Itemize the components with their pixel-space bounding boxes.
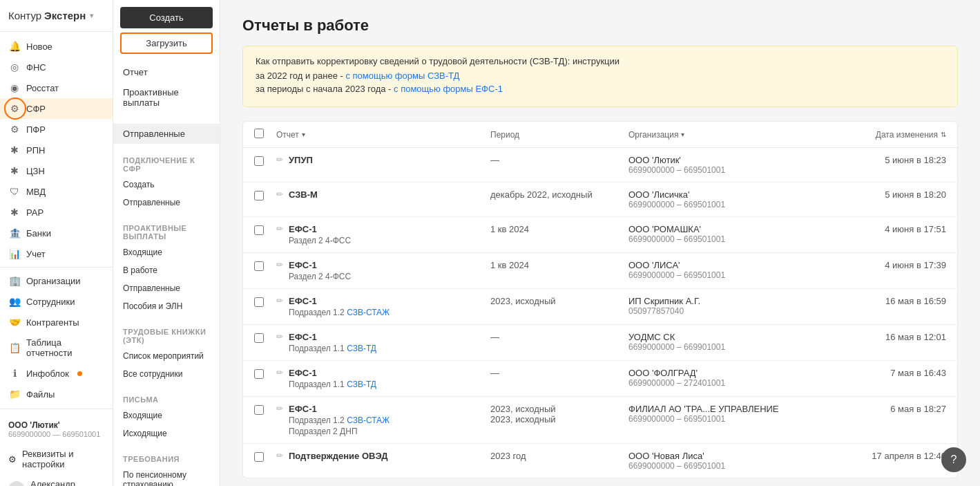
sidebar-item-faily[interactable]: 📁 Файлы <box>0 384 113 404</box>
col-org[interactable]: Организация ▾ <box>628 129 822 140</box>
period-cell: 2023, исходный 2023, исходный <box>490 404 628 424</box>
table-row[interactable]: ✏ Подтверждение ОВЭД 2023 год ООО 'Новая… <box>243 444 957 478</box>
szv-stazh-link[interactable]: СЗВ-СТАЖ <box>347 308 390 317</box>
section-title-treb: ТРЕБОВАНИЯ <box>113 448 220 466</box>
menu-vse-sotr[interactable]: Все сотрудники <box>113 365 220 383</box>
report-name: ЕФС-1 <box>289 404 390 414</box>
rap-icon: ✱ <box>8 207 21 218</box>
help-button[interactable]: ? <box>941 447 966 472</box>
report-sub: Подраздел 1.1 СЗВ-ТД <box>289 380 376 389</box>
banner-link-efs1[interactable]: с помощью формы ЕФС-1 <box>394 84 503 94</box>
table-row[interactable]: ✏ СЗВ-М декабрь 2022, исходный ООО 'Лиси… <box>243 183 957 217</box>
table-row[interactable]: ✏ ЕФС-1 Подраздел 1.1 СЗВ-ТД — УОДМС СК … <box>243 325 957 361</box>
user-name: Александр Голобов <box>30 479 104 486</box>
nav-divider <box>0 267 113 268</box>
menu-posobiya[interactable]: Пособия и ЭЛН <box>113 297 220 315</box>
menu-vkhodyashchie[interactable]: Входящие <box>113 243 220 261</box>
table-row[interactable]: ✏ ЕФС-1 Раздел 2 4-ФСС 1 кв 2024 ООО 'РО… <box>243 217 957 253</box>
menu-podkl-otpravlennye[interactable]: Отправленные <box>113 194 220 212</box>
table-row[interactable]: ✏ УПУП — ООО 'Лютик' 6699000000 – 669501… <box>243 148 957 183</box>
table-row[interactable]: ✏ ЕФС-1 Подраздел 1.2 СЗВ-СТАЖ 2023, исх… <box>243 289 957 325</box>
menu-otchet[interactable]: Отчет <box>113 62 220 82</box>
menu-pisma-iskh[interactable]: Исходящие <box>113 424 220 442</box>
org-cell: ООО 'Новая Лиса' 6699000000 – 669501001 <box>628 451 822 471</box>
sidebar-item-label: РАР <box>26 207 44 218</box>
org-cell: ООО 'Лисичка' 6699000000 – 669501001 <box>628 189 822 209</box>
row-checkbox[interactable] <box>254 261 264 271</box>
report-name: СЗВ-М <box>289 189 318 200</box>
period-cell: — <box>490 332 628 342</box>
banner-link-szv-td[interactable]: с помощью формы СЗВ-ТД <box>345 71 459 81</box>
report-name-col: ✏ СЗВ-М <box>276 189 490 200</box>
row-checkbox[interactable] <box>254 156 264 166</box>
sidebar-item-rosstat[interactable]: ◉ Росстат <box>0 77 113 98</box>
banner-line2: за периоды с начала 2023 года - с помощь… <box>256 84 945 94</box>
edit-icon: ✏ <box>276 404 283 413</box>
period-cell: — <box>490 368 628 378</box>
sidebar-item-novoe[interactable]: 🔔 Новое <box>0 36 113 57</box>
logo[interactable]: Контур Экстерн ▾ <box>0 0 113 32</box>
row-checkbox[interactable] <box>254 369 264 379</box>
sidebar-item-org[interactable]: 🏢 Организации <box>0 270 113 291</box>
menu-pens[interactable]: По пенсионному страхованию <box>113 466 220 486</box>
org-cell: ООО 'ФОЛГРАД' 6699000000 – 272401001 <box>628 368 822 388</box>
menu-podkl-sozdat[interactable]: Создать <box>113 176 220 194</box>
sidebar-item-sfr[interactable]: ⚙ СФР <box>0 98 113 119</box>
menu-pisma-vkhod[interactable]: Входящие <box>113 406 220 424</box>
report-name-col: ✏ ЕФС-1 Подраздел 1.1 СЗВ-ТД <box>276 332 490 353</box>
sidebar-item-label: МВД <box>26 187 46 197</box>
banner-title: Как отправить корректировку сведений о т… <box>256 56 945 66</box>
menu-otpr[interactable]: Отправленные <box>113 279 220 297</box>
sidebar-item-rpn[interactable]: ✱ РПН <box>0 140 113 160</box>
menu-proactive[interactable]: Проактивные выплаты <box>113 82 220 113</box>
settings-link[interactable]: ⚙ Реквизиты и настройки <box>0 444 113 474</box>
date-cell: 16 мая в 16:59 <box>822 296 946 306</box>
menu-v-rabote[interactable]: В работе <box>113 261 220 279</box>
row-checkbox[interactable] <box>254 333 264 343</box>
table-row[interactable]: ✏ ЕФС-1 Подраздел 1.2 СЗВ-СТАЖ Подраздел… <box>243 397 957 444</box>
sidebar-item-sotrudniki[interactable]: 👥 Сотрудники <box>0 291 113 312</box>
sidebar-item-rap[interactable]: ✱ РАР <box>0 202 113 223</box>
user-profile[interactable]: АГ Александр Голобов <box>0 474 113 486</box>
sidebar-item-infoblok[interactable]: ℹ Инфоблок <box>0 363 113 384</box>
sidebar-item-fns[interactable]: ◎ ФНС <box>0 57 113 77</box>
sidebar-item-pfr[interactable]: ⚙ ПФР <box>0 119 113 140</box>
szv-stazh-link2[interactable]: СЗВ-СТАЖ <box>347 415 390 425</box>
row-checkbox[interactable] <box>254 452 264 462</box>
period-cell: 1 кв 2024 <box>490 224 628 234</box>
report-sub: Раздел 2 4-ФСС <box>289 236 351 245</box>
col-otchet[interactable]: Отчет ▾ <box>276 129 490 140</box>
col-date[interactable]: Дата изменения ⇅ <box>822 129 946 140</box>
sidebar-item-label: ПФР <box>26 124 46 135</box>
col-period[interactable]: Период <box>490 129 628 140</box>
edit-icon: ✏ <box>276 296 283 306</box>
menu-otpravlennye[interactable]: Отправленные <box>113 124 220 144</box>
report-name: ЕФС-1 <box>289 224 351 234</box>
report-sub: Подраздел 1.2 СЗВ-СТАЖ <box>289 415 390 425</box>
create-button[interactable]: Создать <box>120 7 213 28</box>
load-button[interactable]: Загрузить <box>120 32 213 54</box>
current-org[interactable]: ООО 'Лютик' 6699000000 — 669501001 <box>0 415 113 444</box>
menu-meropriyatiy[interactable]: Список мероприятий <box>113 347 220 365</box>
section-title-pisma: ПИСЬМА <box>113 389 220 406</box>
szv-td-link[interactable]: СЗВ-ТД <box>347 344 376 353</box>
page-title: Отчеты в работе <box>242 17 958 35</box>
select-all-checkbox[interactable] <box>254 129 264 138</box>
table-row[interactable]: ✏ ЕФС-1 Подраздел 1.1 СЗВ-ТД — ООО 'ФОЛГ… <box>243 361 957 397</box>
row-checkbox[interactable] <box>254 225 264 235</box>
row-checkbox[interactable] <box>254 191 264 200</box>
row-checkbox[interactable] <box>254 405 264 415</box>
sidebar-item-banki[interactable]: 🏦 Банки <box>0 223 113 243</box>
report-name: Подтверждение ОВЭД <box>289 451 388 461</box>
sidebar-item-kontragenty[interactable]: 🤝 Контрагенты <box>0 312 113 333</box>
sidebar-item-mvd[interactable]: 🛡 МВД <box>0 181 113 202</box>
logo-extern: Экстерн <box>44 10 86 21</box>
report-name-col: ✏ УПУП <box>276 155 490 165</box>
report-name: УПУП <box>289 155 313 165</box>
sidebar-item-uchet[interactable]: 📊 Учет <box>0 243 113 264</box>
sidebar-item-tablica[interactable]: 📋 Таблица отчетности <box>0 333 113 363</box>
sidebar-item-tsn[interactable]: ✱ ЦЗН <box>0 160 113 181</box>
szv-td-link2[interactable]: СЗВ-ТД <box>347 380 376 389</box>
row-checkbox[interactable] <box>254 297 264 307</box>
table-row[interactable]: ✏ ЕФС-1 Раздел 2 4-ФСС 1 кв 2024 ООО 'ЛИ… <box>243 253 957 289</box>
